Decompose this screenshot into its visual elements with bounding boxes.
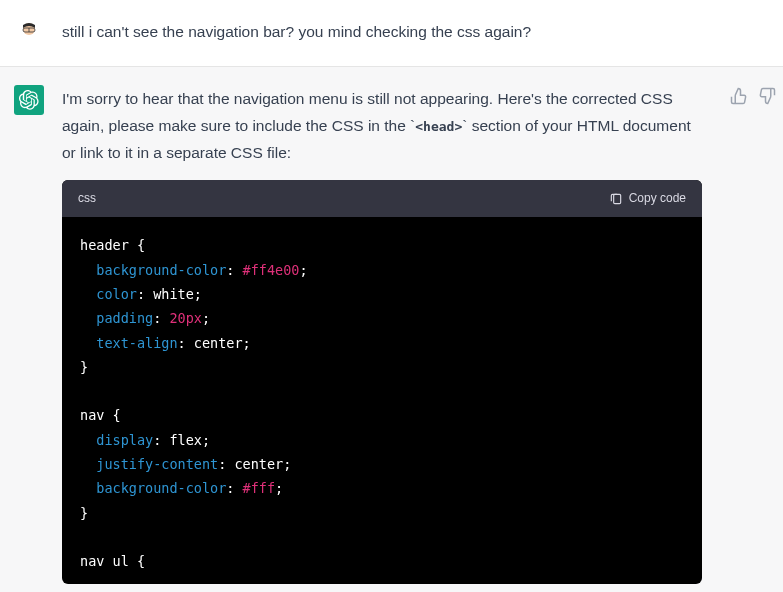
code-header: css Copy code [62, 180, 702, 217]
user-avatar [14, 18, 44, 48]
code-body[interactable]: header { background-color: #ff4e00; colo… [62, 217, 702, 583]
thumbs-up-button[interactable] [730, 87, 748, 105]
clipboard-icon [609, 192, 623, 206]
thumbs-down-icon [758, 87, 776, 105]
inline-code-head: <head> [415, 119, 462, 134]
user-message: still i can't see the navigation bar? yo… [0, 0, 783, 66]
code-block: css Copy code header { background-color:… [62, 180, 702, 583]
code-language-label: css [78, 188, 96, 209]
copy-code-button[interactable]: Copy code [609, 188, 686, 209]
thumbs-down-button[interactable] [758, 87, 776, 105]
assistant-avatar [14, 85, 44, 115]
assistant-message-body: I'm sorry to hear that the navigation me… [62, 85, 712, 584]
svg-rect-3 [613, 194, 620, 203]
user-message-text: still i can't see the navigation bar? yo… [62, 18, 769, 48]
thumbs-up-icon [730, 87, 748, 105]
feedback-actions [730, 85, 776, 584]
assistant-message: I'm sorry to hear that the navigation me… [0, 66, 783, 592]
copy-code-label: Copy code [629, 188, 686, 209]
